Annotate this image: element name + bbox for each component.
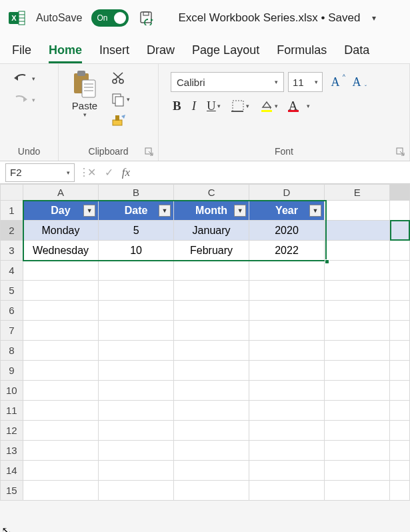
cell[interactable] (99, 441, 174, 461)
row-header-2[interactable]: 2 (1, 221, 23, 241)
cell[interactable] (99, 381, 174, 401)
col-header-F[interactable] (390, 185, 410, 201)
spreadsheet-grid[interactable]: A B C D E 1Day▼Date▼Month▼Year▼2Monday5J… (0, 184, 410, 501)
cell[interactable] (23, 481, 99, 501)
cell[interactable] (173, 301, 249, 321)
cell[interactable] (249, 281, 325, 301)
font-dialog-launcher[interactable] (396, 147, 407, 158)
undo-button[interactable]: ▾ (9, 69, 38, 88)
cell[interactable] (324, 241, 390, 261)
format-painter-button[interactable] (111, 113, 130, 128)
cell[interactable] (249, 461, 325, 481)
cell[interactable]: 2022 (249, 241, 325, 261)
cell[interactable] (99, 321, 174, 341)
cell[interactable] (324, 321, 390, 341)
cell[interactable] (99, 281, 174, 301)
select-all-corner[interactable] (1, 185, 23, 201)
cell[interactable] (23, 441, 99, 461)
tab-insert[interactable]: Insert (99, 41, 129, 63)
cell[interactable] (324, 341, 390, 361)
underline-button[interactable]: U▾ (205, 97, 223, 115)
cell[interactable] (390, 221, 410, 241)
tab-data[interactable]: Data (344, 41, 369, 63)
increase-font-size-button[interactable]: A^ (327, 73, 344, 91)
row-header-9[interactable]: 9 (1, 361, 23, 381)
cell[interactable] (173, 261, 249, 281)
font-name-select[interactable]: Calibri ▾ (171, 72, 284, 92)
cell[interactable] (249, 261, 325, 281)
table-header-month[interactable]: Month▼ (173, 201, 249, 221)
cut-button[interactable] (111, 71, 130, 85)
cell[interactable] (324, 221, 390, 241)
cell[interactable] (173, 341, 249, 361)
cell[interactable] (249, 361, 325, 381)
font-size-select[interactable]: 11 ▾ (288, 72, 323, 92)
cell[interactable] (23, 421, 99, 441)
cell[interactable] (23, 281, 99, 301)
table-header-date[interactable]: Date▼ (99, 201, 174, 221)
tab-page-layout[interactable]: Page Layout (192, 41, 259, 63)
cell[interactable] (249, 381, 325, 401)
cell[interactable] (324, 261, 390, 281)
name-box[interactable]: F2 ▾ (5, 163, 75, 182)
cell[interactable] (390, 261, 410, 281)
cell[interactable] (23, 381, 99, 401)
tab-home[interactable]: Home (49, 41, 82, 63)
filter-button[interactable]: ▼ (309, 205, 321, 217)
cell[interactable] (23, 341, 99, 361)
col-header-A[interactable]: A (23, 185, 99, 201)
cell[interactable] (390, 301, 410, 321)
cell[interactable] (390, 201, 410, 221)
cell[interactable] (390, 321, 410, 341)
cell[interactable] (99, 301, 174, 321)
formula-input[interactable] (135, 164, 410, 181)
row-header-13[interactable]: 13 (1, 441, 23, 461)
cell[interactable]: 10 (99, 241, 174, 261)
cell[interactable] (390, 401, 410, 421)
cell[interactable] (99, 421, 174, 441)
redo-button[interactable]: ▾ (9, 91, 38, 109)
cell[interactable] (390, 341, 410, 361)
tab-file[interactable]: File (12, 41, 31, 63)
row-header-1[interactable]: 1 (1, 201, 23, 221)
col-header-D[interactable]: D (249, 185, 325, 201)
row-header-7[interactable]: 7 (1, 321, 23, 341)
cell[interactable] (23, 461, 99, 481)
row-header-10[interactable]: 10 (1, 381, 23, 401)
cell[interactable] (99, 261, 174, 281)
chevron-down-icon[interactable]: ▾ (83, 111, 87, 118)
paste-button[interactable]: Paste ▾ (64, 68, 105, 145)
row-header-14[interactable]: 14 (1, 461, 23, 481)
enter-formula-button[interactable]: ✓ (100, 164, 117, 181)
cell[interactable] (249, 321, 325, 341)
cell[interactable] (249, 401, 325, 421)
cell[interactable] (99, 361, 174, 381)
copy-button[interactable]: ▾ (111, 92, 130, 107)
cell[interactable] (23, 321, 99, 341)
cell[interactable] (249, 341, 325, 361)
cell[interactable] (390, 421, 410, 441)
cell[interactable] (324, 481, 390, 501)
cell[interactable] (173, 381, 249, 401)
bold-button[interactable]: B (171, 97, 183, 115)
cell[interactable] (23, 361, 99, 381)
row-header-4[interactable]: 4 (1, 261, 23, 281)
cell[interactable] (324, 281, 390, 301)
font-color-button[interactable]: A ▾ (287, 97, 313, 115)
cell[interactable] (390, 481, 410, 501)
cell[interactable]: 2020 (249, 221, 325, 241)
cell[interactable] (173, 281, 249, 301)
tab-formulas[interactable]: Formulas (277, 41, 327, 63)
save-button[interactable] (138, 9, 155, 27)
cell[interactable] (390, 241, 410, 261)
row-header-8[interactable]: 8 (1, 341, 23, 361)
insert-function-button[interactable]: fx (117, 164, 135, 181)
cell[interactable] (390, 381, 410, 401)
cell[interactable] (390, 281, 410, 301)
table-header-day[interactable]: Day▼ (23, 201, 99, 221)
cell[interactable] (324, 361, 390, 381)
cell[interactable] (99, 461, 174, 481)
italic-button[interactable]: I (190, 97, 198, 115)
cell[interactable]: Monday (23, 221, 99, 241)
cell[interactable] (324, 381, 390, 401)
